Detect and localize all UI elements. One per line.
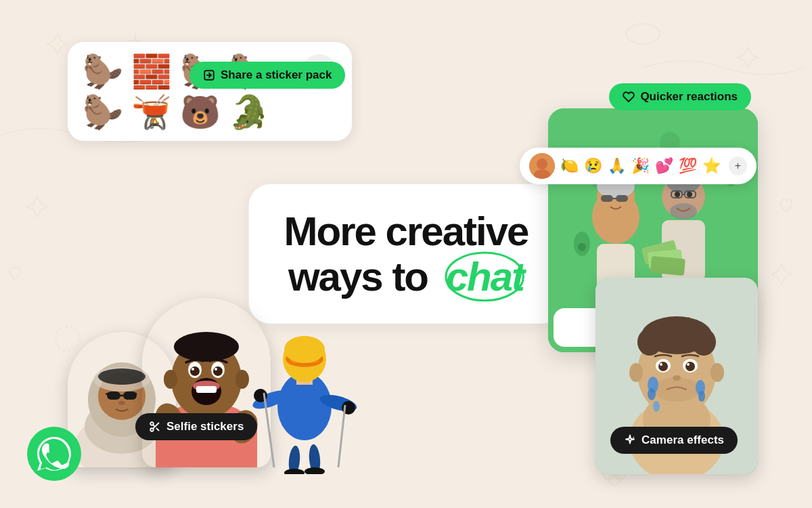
reactions-label: Quicker reactions (640, 90, 738, 104)
sticker-row-2: 🦫 🫕 🐻 🐊 (83, 96, 337, 129)
svg-rect-22 (601, 195, 613, 202)
svg-point-110 (660, 363, 662, 366)
svg-point-29 (675, 192, 680, 197)
sparkle-icon (624, 434, 636, 446)
svg-point-104 (637, 329, 662, 356)
svg-point-42 (446, 253, 523, 301)
svg-point-30 (687, 192, 692, 197)
svg-rect-72 (196, 386, 217, 393)
sticker-7: 🐻 (180, 96, 221, 129)
svg-point-77 (284, 469, 304, 474)
svg-point-62 (164, 370, 177, 389)
reaction-avatar (529, 153, 555, 179)
svg-point-94 (150, 428, 154, 431)
chat-word-wrapper: chat (446, 254, 524, 299)
emoji-party: 🎉 (631, 157, 650, 175)
svg-line-92 (338, 405, 345, 467)
svg-point-66 (191, 368, 194, 371)
emoji-pray: 🙏 (608, 157, 626, 175)
svg-point-53 (118, 401, 125, 405)
emoji-lemon: 🍋 (560, 157, 579, 175)
reactions-bar: 🍋 😢 🙏 🎉 💕 💯 ⭐ + (520, 148, 757, 184)
avatar-svg (529, 153, 555, 179)
emoji-sad: 😢 (584, 157, 602, 175)
svg-point-105 (692, 329, 716, 356)
sticker-5: 🦫 (83, 96, 123, 129)
svg-point-115 (653, 377, 700, 402)
svg-point-63 (235, 370, 249, 389)
svg-line-52 (135, 393, 137, 394)
sticker-1: 🦫 (83, 56, 123, 88)
svg-point-117 (648, 388, 656, 400)
svg-point-93 (150, 422, 154, 425)
sticker-pack-badge: Share a sticker pack (189, 62, 345, 89)
reactions-badge: Quicker reactions (609, 83, 751, 110)
svg-point-68 (213, 366, 223, 376)
svg-point-113 (687, 363, 690, 366)
selfie-label: Selfie stickers (166, 420, 244, 433)
share-icon (203, 69, 215, 81)
svg-rect-37 (650, 256, 685, 276)
emoji-100: 💯 (679, 157, 697, 175)
svg-rect-49 (123, 391, 137, 400)
emoji-star: ⭐ (702, 157, 721, 175)
svg-point-106 (629, 363, 643, 382)
svg-point-69 (215, 368, 217, 371)
svg-line-97 (153, 425, 155, 427)
selfie-stickers-badge: Selfie stickers (135, 413, 257, 440)
scissors-icon (149, 421, 161, 433)
sticker-8: 🐊 (229, 96, 269, 129)
svg-point-61 (174, 332, 239, 362)
sticker-pack-label: Share a sticker pack (221, 68, 332, 82)
svg-point-40 (537, 158, 547, 169)
svg-line-96 (156, 428, 159, 431)
camera-label: Camera effects (641, 433, 724, 447)
svg-point-119 (698, 391, 705, 402)
heart-icon (623, 91, 635, 103)
chat-circle-svg (439, 249, 531, 305)
whatsapp-logo-svg (27, 427, 81, 481)
svg-point-17 (578, 243, 586, 251)
svg-point-109 (658, 362, 668, 371)
whatsapp-logo (27, 427, 81, 481)
headline-line1: More creative (284, 209, 528, 254)
sticker-pack-card: 🦫 🧱 🦫 🦫 🦫 🫕 🐻 🐊 (68, 42, 352, 141)
skier-svg (250, 284, 359, 474)
skier-photo (250, 284, 359, 474)
svg-point-65 (190, 366, 200, 376)
svg-point-78 (304, 467, 325, 474)
svg-rect-23 (616, 195, 628, 202)
sticker-6: 🫕 (131, 96, 172, 129)
camera-effects-badge: Camera effects (610, 427, 738, 454)
svg-point-90 (284, 336, 325, 363)
svg-point-120 (653, 401, 660, 412)
svg-point-55 (98, 368, 145, 385)
svg-point-112 (685, 362, 695, 371)
svg-point-8 (626, 24, 660, 44)
emoji-hearts: 💕 (655, 157, 673, 175)
add-reaction-button[interactable]: + (729, 156, 747, 175)
svg-point-107 (710, 363, 724, 382)
sticker-2: 🧱 (131, 56, 172, 88)
